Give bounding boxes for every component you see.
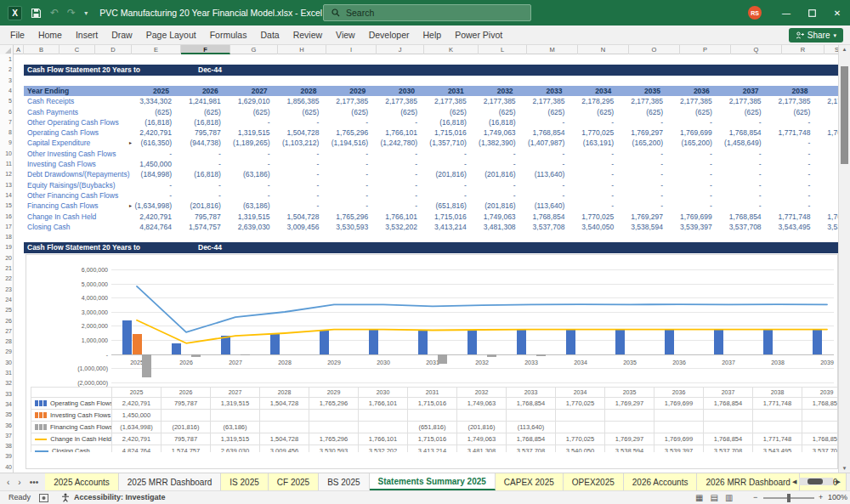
sheet-tab-statements-summary-2025[interactable]: Statements Summary 2025 (370, 473, 496, 490)
statement-cell[interactable]: 1,770,025 (568, 127, 617, 138)
row-header-21[interactable]: 21 (0, 263, 12, 274)
scroll-up-icon[interactable]: ▲ (839, 47, 850, 52)
statement-cell[interactable]: - (666, 180, 716, 190)
statement-cell[interactable]: - (224, 159, 274, 169)
statement-cell[interactable]: (625) (568, 107, 617, 117)
statement-cell[interactable]: (1,194,516) (322, 138, 371, 148)
statement-cell[interactable]: 1,766,101 (371, 212, 421, 222)
statement-cell[interactable]: - (371, 159, 421, 169)
column-header-L[interactable]: L (479, 45, 527, 54)
statement-cell[interactable]: 3,530,593 (322, 222, 371, 232)
column-header-N[interactable]: N (578, 45, 629, 54)
row-header-29[interactable]: 29 (0, 347, 12, 357)
statement-cell[interactable]: - (175, 190, 224, 201)
row-header-20[interactable]: 20 (0, 253, 12, 263)
statement-cell[interactable]: - (568, 180, 617, 190)
statement-cell[interactable]: - (519, 149, 569, 159)
statement-cell[interactable]: 3,413,214 (421, 222, 470, 232)
statement-cell[interactable]: - (617, 149, 666, 159)
statement-cell[interactable]: 1,769,699 (666, 127, 716, 138)
column-header-I[interactable]: I (326, 45, 377, 54)
statement-cell[interactable]: 1,504,728 (274, 127, 323, 138)
column-header-A[interactable]: A (14, 45, 24, 54)
excel-app-icon[interactable]: X (8, 6, 22, 20)
statement-cell[interactable]: - (568, 201, 617, 211)
statement-cell[interactable]: (1,634,998) (126, 201, 175, 211)
statement-cell[interactable]: - (617, 169, 666, 179)
ribbon-tab-help[interactable]: Help (416, 25, 449, 44)
maximize-button[interactable] (799, 0, 824, 25)
statement-cell[interactable]: (616,350) (126, 138, 175, 148)
sheet-tab-2025-mrr-dashboard[interactable]: 2025 MRR Dashboard (119, 473, 222, 490)
statement-cell[interactable]: - (322, 190, 371, 201)
statement-cell[interactable]: 2,177,385 (519, 96, 569, 106)
page-break-view-icon[interactable]: ▥ (725, 491, 733, 504)
statement-cell[interactable]: - (568, 190, 617, 201)
statement-cell[interactable]: (16,818) (470, 117, 519, 127)
statement-cell[interactable]: - (470, 190, 519, 201)
row-header-11[interactable]: 11 (0, 159, 12, 169)
statement-cell[interactable]: - (716, 180, 765, 190)
statement-cell[interactable]: (113,640) (519, 201, 569, 211)
statement-cell[interactable]: 1,766,101 (371, 127, 421, 138)
statement-cell[interactable]: (625) (470, 107, 519, 117)
statement-cell[interactable]: - (765, 180, 814, 190)
statement-cell[interactable]: (625) (322, 107, 371, 117)
row-header-3[interactable]: 3 (0, 76, 12, 86)
row-header-8[interactable]: 8 (0, 127, 12, 138)
row-header-35[interactable]: 35 (0, 410, 12, 420)
statement-cell[interactable]: - (126, 149, 175, 159)
statement-cell[interactable]: - (666, 117, 716, 127)
row-header-17[interactable]: 17 (0, 222, 12, 232)
statement-cell[interactable]: - (765, 190, 814, 201)
statement-cell[interactable]: - (765, 201, 814, 211)
sheet-tab-2025-accounts[interactable]: 2025 Accounts (45, 473, 119, 490)
share-button[interactable]: Share ▾ (789, 28, 843, 42)
statement-cell[interactable]: 1,765,296 (322, 212, 371, 222)
row-header-26[interactable]: 26 (0, 316, 12, 326)
statement-cell[interactable]: - (126, 190, 175, 201)
statement-cell[interactable]: (625) (716, 107, 765, 117)
statement-cell[interactable]: (201,816) (421, 169, 470, 179)
sheet-nav-more-icon[interactable]: ••• (30, 478, 39, 487)
statement-cell[interactable]: - (274, 169, 323, 179)
column-header-D[interactable]: D (95, 45, 132, 54)
row-header-9[interactable]: 9 (0, 138, 12, 148)
statement-cell[interactable]: - (716, 190, 765, 201)
statement-cell[interactable]: 2,177,385 (617, 96, 666, 106)
scroll-left-icon[interactable]: ◀ (792, 479, 796, 485)
statement-cell[interactable]: (625) (126, 107, 175, 117)
statement-cell[interactable]: 3,540,050 (568, 222, 617, 232)
statement-cell[interactable]: - (322, 180, 371, 190)
statement-cell[interactable]: - (568, 159, 617, 169)
statement-cell[interactable]: (165,200) (617, 138, 666, 148)
row-header-24[interactable]: 24 (0, 295, 12, 305)
ribbon-tab-view[interactable]: View (329, 25, 362, 44)
statement-cell[interactable]: 3,009,456 (274, 222, 323, 232)
row-header-37[interactable]: 37 (0, 431, 12, 441)
row-header-12[interactable]: 12 (0, 169, 12, 179)
statement-cell[interactable]: 2,177,385 (421, 96, 470, 106)
statement-cell[interactable]: (625) (519, 107, 569, 117)
statement-cell[interactable]: 1,856,385 (274, 96, 323, 106)
column-header-O[interactable]: O (629, 45, 680, 54)
statement-cell[interactable]: (201,816) (175, 201, 224, 211)
statement-cell[interactable]: (1,407,987) (519, 138, 569, 148)
statement-cell[interactable]: 1,768,854 (519, 127, 569, 138)
statement-cell[interactable]: - (716, 169, 765, 179)
user-avatar[interactable]: RS (748, 6, 762, 20)
statement-cell[interactable]: - (716, 159, 765, 169)
statement-cell[interactable]: (165,200) (666, 138, 716, 148)
column-header-M[interactable]: M (527, 45, 578, 54)
statement-cell[interactable]: - (175, 149, 224, 159)
statement-cell[interactable]: - (322, 149, 371, 159)
column-header-B[interactable]: B (24, 45, 60, 54)
sheet-nav-left-icon[interactable]: ‹ (7, 478, 9, 487)
statement-cell[interactable]: - (666, 169, 716, 179)
statement-cell[interactable]: - (371, 117, 421, 127)
ribbon-tab-page-layout[interactable]: Page Layout (139, 25, 203, 44)
statement-cell[interactable]: 3,538,594 (617, 222, 666, 232)
statement-cell[interactable]: 3,539,397 (666, 222, 716, 232)
statement-cell[interactable]: (184,998) (126, 169, 175, 179)
vertical-scrollbar-thumb[interactable] (841, 66, 848, 164)
